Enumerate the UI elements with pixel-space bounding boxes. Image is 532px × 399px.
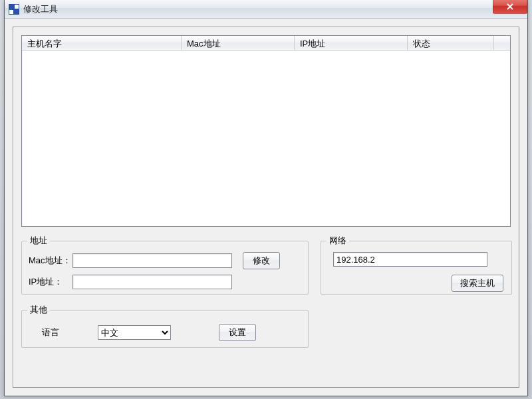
host-listview[interactable]: 主机名字 Mac地址 IP地址 状态	[21, 35, 511, 227]
address-legend: 地址	[27, 235, 50, 247]
col-spacer	[494, 36, 505, 50]
search-host-button[interactable]: 搜索主机	[452, 275, 503, 292]
window-title: 修改工具	[23, 3, 58, 15]
titlebar[interactable]: 修改工具	[5, 0, 527, 19]
settings-button[interactable]: 设置	[219, 324, 256, 341]
window-controls	[493, 0, 527, 14]
col-hostname[interactable]: 主机名字	[22, 36, 182, 50]
language-select[interactable]: 中文	[98, 325, 171, 340]
network-legend: 网络	[327, 235, 349, 247]
col-mac[interactable]: Mac地址	[182, 36, 295, 50]
other-group: 其他 语言 中文 设置	[21, 304, 309, 348]
other-legend: 其他	[27, 304, 50, 316]
language-label: 语言	[34, 327, 98, 338]
listview-header: 主机名字 Mac地址 IP地址 状态	[22, 36, 510, 51]
close-icon	[506, 3, 514, 10]
address-group: 地址 Mac地址： 修改 IP地址：	[21, 235, 309, 295]
app-window: 修改工具 主机名字 Mac地址 IP地址 状态 地址 Mac地址：	[4, 0, 528, 396]
col-ip[interactable]: IP地址	[295, 36, 408, 50]
mac-label: Mac地址：	[25, 255, 72, 267]
modify-button[interactable]: 修改	[243, 252, 280, 269]
subnet-input[interactable]	[333, 252, 487, 267]
client-area: 主机名字 Mac地址 IP地址 状态 地址 Mac地址： 修改 IP地址： 网络	[13, 27, 519, 388]
close-button[interactable]	[493, 0, 527, 14]
network-group: 网络 搜索主机	[321, 235, 512, 295]
mac-input[interactable]	[72, 253, 232, 268]
app-icon	[9, 4, 19, 15]
ip-input[interactable]	[72, 275, 232, 289]
col-status[interactable]: 状态	[408, 36, 494, 50]
ip-label: IP地址：	[25, 276, 72, 288]
